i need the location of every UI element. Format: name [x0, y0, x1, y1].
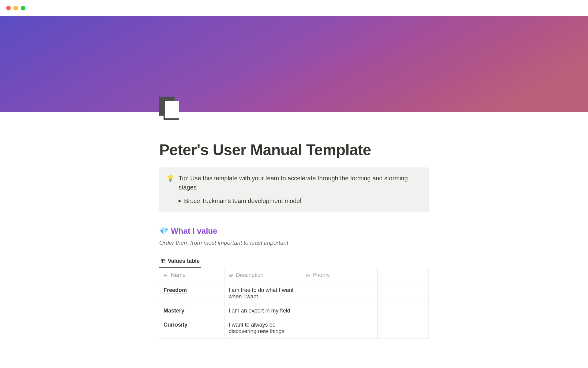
cell-name[interactable]: Mastery — [159, 304, 224, 318]
window-close-button[interactable] — [6, 6, 11, 10]
page-title[interactable]: Peter's User Manual Template — [159, 112, 429, 159]
cell-name[interactable]: Curiosity — [159, 318, 224, 338]
database-tabs: Values table — [159, 255, 429, 268]
table-icon — [160, 259, 166, 264]
cell-empty[interactable] — [377, 304, 429, 318]
multiline-text-icon — [229, 273, 234, 278]
column-header-name[interactable]: Aa Name — [159, 268, 224, 283]
page-cover[interactable] — [0, 16, 588, 112]
window-minimize-button[interactable] — [13, 6, 18, 10]
cell-description[interactable]: I am free to do what I want when I want — [224, 283, 301, 304]
toggle-triangle-icon: ▶ — [179, 198, 182, 204]
lightbulb-icon: 💡 — [167, 174, 174, 205]
column-header-description[interactable]: Description — [224, 268, 301, 283]
table-row[interactable]: Freedom I am free to do what I want when… — [159, 283, 429, 304]
cell-priority[interactable] — [301, 304, 377, 318]
tip-callout[interactable]: 💡 Tip: Use this template with your team … — [159, 167, 429, 212]
window-zoom-button[interactable] — [21, 6, 25, 10]
cell-empty[interactable] — [377, 318, 429, 338]
cell-description[interactable]: I want to always be discovering new thin… — [224, 318, 301, 338]
cell-description[interactable]: I am an expert in my field — [224, 304, 301, 318]
svg-rect-0 — [161, 259, 165, 263]
table-row[interactable]: Curiosity I want to always be discoverin… — [159, 318, 429, 338]
tab-values-table[interactable]: Values table — [159, 255, 201, 268]
column-header-empty[interactable] — [377, 268, 429, 283]
tab-label: Values table — [168, 258, 200, 264]
column-header-priority[interactable]: Priority — [301, 268, 377, 283]
callout-text[interactable]: Tip: Use this template with your team to… — [179, 174, 421, 192]
cell-empty[interactable] — [377, 283, 429, 304]
gem-icon: 💎 — [159, 227, 168, 236]
cell-priority[interactable] — [301, 318, 377, 338]
table-row[interactable]: Mastery I am an expert in my field — [159, 304, 429, 318]
select-property-icon — [305, 273, 310, 278]
values-table: Aa Name Description — [159, 268, 429, 339]
page-icon[interactable] — [159, 97, 181, 121]
text-property-icon: Aa — [164, 273, 168, 278]
cell-priority[interactable] — [301, 283, 377, 304]
svg-point-7 — [306, 274, 309, 277]
section-heading-text: What I value — [171, 226, 217, 236]
callout-toggle[interactable]: ▶ Bruce Tuckman's team development model — [179, 196, 421, 205]
window-titlebar — [0, 0, 588, 16]
toggle-label: Bruce Tuckman's team development model — [184, 196, 301, 205]
cell-name[interactable]: Freedom — [159, 283, 224, 304]
svg-text:Aa: Aa — [164, 274, 168, 277]
section-subtitle[interactable]: Order them from most important to least … — [159, 240, 429, 246]
section-heading-values[interactable]: 💎 What I value — [159, 226, 429, 236]
